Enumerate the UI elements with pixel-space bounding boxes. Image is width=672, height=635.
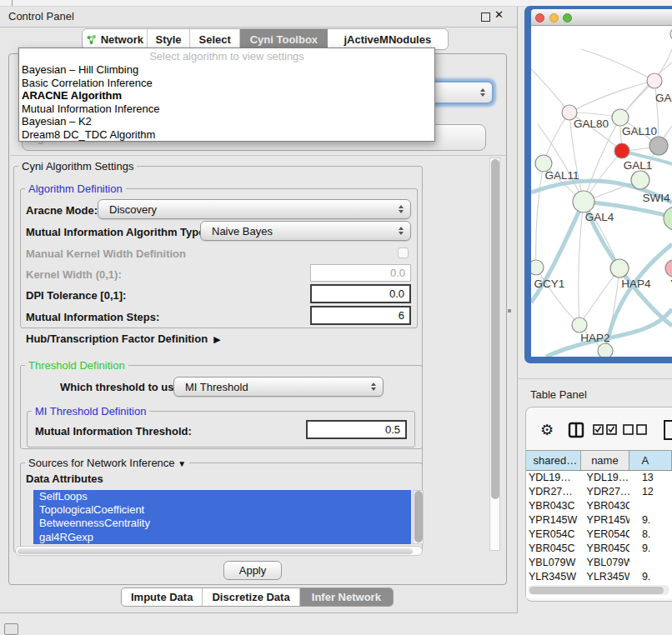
- dropdown-item[interactable]: Bayesian – Hill Climbing: [19, 63, 434, 77]
- tab-label: Select: [199, 33, 231, 46]
- network-node-label: GAL: [655, 92, 672, 104]
- attribute-list-scrollbar-thumb[interactable]: [414, 491, 423, 542]
- network-node-label: GAL11: [544, 169, 579, 182]
- table-cell: YBR045C: [581, 542, 629, 556]
- select-all-columns-icon[interactable]: [593, 424, 618, 435]
- table-row[interactable]: YBL079WYBL079W: [526, 556, 672, 570]
- manual-kernel-label: Manual Kernel Width Definition: [26, 248, 186, 260]
- table-cell: 12: [629, 485, 672, 499]
- combo-stepper-icon: [480, 88, 485, 97]
- which-threshold-label: Which threshold to use:: [60, 381, 183, 393]
- settings-scrollbar-thumb[interactable]: [491, 159, 499, 499]
- network-canvas[interactable]: GALGAL80GAL10GAL1GAL11SWI4GAL4GCY1HAP4YH…: [531, 26, 672, 357]
- manual-kernel-checkbox[interactable]: [398, 248, 409, 258]
- tab-impute-data[interactable]: Impute Data: [122, 588, 203, 606]
- dropdown-item[interactable]: ARACNE Algorithm: [19, 89, 434, 102]
- table-row[interactable]: YLR345WYLR345W9.: [526, 570, 672, 584]
- network-node[interactable]: [665, 260, 672, 277]
- tab-jactivemnodules[interactable]: jActiveMNodules: [328, 29, 448, 49]
- tab-cyni-toolbox[interactable]: Cyni Toolbox: [240, 29, 328, 49]
- network-node-label: GCY1: [534, 278, 565, 290]
- threshold-definition-title: Threshold Definition: [25, 359, 128, 372]
- network-node[interactable]: [649, 137, 668, 155]
- tab-infer-network[interactable]: Infer Network: [300, 588, 393, 606]
- split-panel-icon[interactable]: [568, 422, 584, 438]
- export-table-icon[interactable]: [663, 419, 672, 441]
- network-node[interactable]: [631, 171, 649, 189]
- dropdown-item[interactable]: Mutual Information Inference: [19, 102, 434, 116]
- dpi-tolerance-field[interactable]: 0.0: [310, 284, 411, 303]
- deselect-all-columns-icon[interactable]: [623, 424, 648, 435]
- tab-network[interactable]: Network: [83, 29, 148, 49]
- data-attributes-list: SelfLoopsTopologicalCoefficientBetweenne…: [33, 490, 411, 544]
- network-node-label: HAP4: [621, 278, 651, 290]
- hub-definition-label: Hub/Transcription Factor Definition: [26, 332, 208, 345]
- zoom-window-icon[interactable]: [563, 13, 572, 22]
- column-header[interactable]: A: [629, 451, 672, 470]
- table-row[interactable]: YPR145WYPR145W9.: [526, 513, 672, 528]
- sources-title-text: Sources for Network Inference: [28, 457, 175, 469]
- attribute-list-item[interactable]: SelfLoops: [33, 490, 411, 503]
- network-node[interactable]: [614, 143, 629, 158]
- minimize-window-icon[interactable]: [549, 13, 559, 22]
- control-panel-titlebar: [0, 7, 517, 28]
- close-panel-icon[interactable]: ✕: [494, 8, 504, 21]
- table-row[interactable]: YBR045CYBR045C9.: [526, 542, 672, 556]
- tab-select[interactable]: Select: [190, 29, 240, 49]
- apply-button[interactable]: Apply: [223, 561, 282, 580]
- network-node[interactable]: [664, 207, 672, 230]
- dropdown-item[interactable]: Bayesian – K2: [19, 115, 434, 128]
- table-row[interactable]: YDR27…YDR27…12: [526, 485, 672, 499]
- network-node[interactable]: [612, 109, 629, 126]
- mi-threshold-field[interactable]: 0.5: [306, 420, 407, 439]
- attribute-list-hscrollbar-thumb[interactable]: [18, 548, 413, 554]
- dropdown-item[interactable]: Dream8 DC_TDC Algorithm: [19, 128, 434, 142]
- attribute-list-hscrollbar[interactable]: [15, 546, 423, 556]
- table-settings-gear-icon[interactable]: ⚙: [540, 421, 554, 438]
- hub-definition-toggle[interactable]: Hub/Transcription Factor Definition▶: [26, 332, 221, 345]
- attribute-list-item[interactable]: gal4RGexp: [33, 531, 411, 544]
- tab-style[interactable]: Style: [148, 29, 191, 49]
- network-node[interactable]: [573, 191, 594, 212]
- network-node[interactable]: [598, 343, 613, 357]
- table-row[interactable]: YBR043CYBR043C: [526, 499, 672, 513]
- float-panel-icon[interactable]: [481, 12, 490, 22]
- table-cell: YBR043C: [581, 499, 629, 513]
- table-row[interactable]: YDL19…YDL19…13: [526, 471, 672, 485]
- aracne-mode-value: Discovery: [109, 203, 157, 216]
- node-table: shared…nameA YDL19…YDL19…13YDR27…YDR27…1…: [526, 450, 672, 598]
- network-node[interactable]: [647, 73, 662, 88]
- restore-panel-icon[interactable]: [4, 623, 18, 635]
- splitter-handle[interactable]: [508, 309, 511, 312]
- attribute-list-item[interactable]: BetweennessCentrality: [33, 517, 411, 530]
- which-threshold-combo[interactable]: MI Threshold: [173, 377, 384, 397]
- network-node-label: HAP2: [580, 332, 609, 344]
- sources-group-title[interactable]: Sources for Network Inference ▼: [25, 457, 189, 469]
- table-hscrollbar-thumb[interactable]: [529, 587, 664, 594]
- tab-label: jActiveMNodules: [344, 33, 431, 46]
- algorithm-dropdown-popup: Select algorithm to view settings Bayesi…: [18, 48, 435, 142]
- table-cell: YBL079W: [526, 556, 581, 570]
- network-node[interactable]: [572, 318, 587, 332]
- network-node[interactable]: [531, 260, 544, 275]
- dropdown-item[interactable]: Basic Correlation Inference: [19, 77, 434, 90]
- table-cell: YBL079W: [581, 556, 629, 570]
- close-window-icon[interactable]: [535, 13, 544, 22]
- cyni-settings-title: Cyni Algorithm Settings: [18, 160, 137, 172]
- column-header[interactable]: shared…: [526, 451, 581, 470]
- tab-label: Network: [101, 33, 143, 46]
- attribute-list-item[interactable]: TopologicalCoefficient: [33, 503, 411, 517]
- table-cell: 9.: [629, 570, 672, 584]
- combo-stepper-icon: [399, 205, 404, 213]
- column-header[interactable]: name: [581, 451, 629, 470]
- mi-type-combo[interactable]: Naive Bayes: [200, 221, 411, 241]
- aracne-mode-combo[interactable]: Discovery: [98, 199, 411, 219]
- table-cell: YER054C: [526, 528, 581, 542]
- kernel-width-label: Kernel Width (0,1):: [26, 268, 122, 281]
- mi-steps-field[interactable]: 6: [310, 306, 411, 325]
- table-cell: YDL19…: [526, 471, 581, 485]
- screen: Control Panel ✕ NetworkStyleSelectCyni T…: [0, 0, 672, 635]
- tab-discretize-data[interactable]: Discretize Data: [203, 588, 299, 606]
- network-node[interactable]: [610, 259, 629, 278]
- table-row[interactable]: YER054CYER054C8.: [526, 528, 672, 542]
